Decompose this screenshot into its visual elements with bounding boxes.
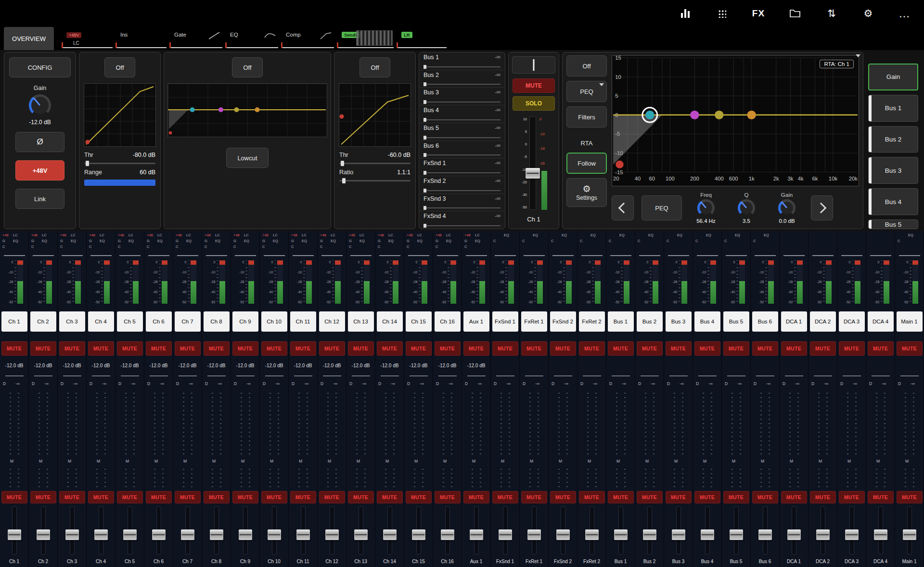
gain-slider[interactable]	[578, 372, 606, 380]
gate-range-slider[interactable]	[84, 180, 155, 186]
fader-mute-button[interactable]: MUTE	[290, 491, 316, 503]
send-slider-handle[interactable]	[424, 189, 426, 193]
gain-slider[interactable]	[837, 372, 866, 380]
fader-handle[interactable]	[527, 529, 541, 540]
gain-slider[interactable]	[808, 372, 837, 380]
fader-handle[interactable]	[210, 529, 223, 540]
eq-band-handle[interactable]	[747, 111, 756, 119]
gain-slider[interactable]	[318, 372, 346, 380]
pan-indicator[interactable]	[895, 253, 924, 258]
fader-handle[interactable]	[903, 529, 916, 540]
channel-select-button[interactable]: DCA 1	[781, 311, 807, 332]
fader-handle[interactable]	[325, 529, 339, 540]
fader-mute-button[interactable]: MUTE	[175, 491, 201, 503]
fader-handle[interactable]	[787, 529, 801, 540]
fader-handle[interactable]	[556, 529, 570, 540]
layer-button-bus-4[interactable]: Bus 4	[868, 188, 918, 215]
pan-indicator[interactable]	[29, 253, 57, 258]
mute-button[interactable]: MUTE	[175, 341, 201, 356]
fader-mute-button[interactable]: MUTE	[117, 491, 143, 503]
folder-icon[interactable]	[788, 7, 802, 20]
mute-button[interactable]: MUTE	[146, 341, 172, 356]
pan-indicator[interactable]	[693, 253, 721, 258]
send-level-slider[interactable]	[424, 155, 500, 155]
channel-select-button[interactable]: Bus 2	[637, 311, 663, 332]
pan-indicator[interactable]	[144, 253, 173, 258]
pan-indicator[interactable]	[202, 253, 231, 258]
send-slider-handle[interactable]	[424, 136, 426, 140]
lowcut-button[interactable]: Lowcut	[226, 148, 269, 168]
fx-button[interactable]: FX	[752, 7, 765, 20]
send-level-slider[interactable]	[424, 84, 500, 85]
pan-indicator[interactable]	[173, 253, 202, 258]
gain-knob[interactable]	[29, 94, 51, 116]
fader-mute-button[interactable]: MUTE	[261, 491, 287, 503]
monitor-fader[interactable]	[529, 116, 536, 210]
channel-fader[interactable]	[375, 505, 404, 555]
mute-button[interactable]: MUTE	[550, 341, 576, 356]
channel-fader[interactable]	[578, 505, 606, 555]
fader-mute-button[interactable]: MUTE	[204, 491, 230, 503]
send-level-slider[interactable]	[424, 172, 500, 173]
fader-handle[interactable]	[730, 529, 743, 540]
tab-comp[interactable]: Comp	[281, 27, 337, 50]
channel-fader[interactable]	[837, 505, 866, 555]
tab-overview[interactable]: OVERVIEW	[4, 27, 54, 50]
fader-handle[interactable]	[152, 529, 166, 540]
gain-slider[interactable]	[462, 372, 490, 380]
pan-indicator[interactable]	[635, 253, 664, 258]
channel-select-button[interactable]: Bus 4	[694, 311, 720, 332]
channel-select-button[interactable]: Main 1	[897, 311, 923, 332]
link-button[interactable]: Link	[15, 189, 64, 209]
mute-button[interactable]: MUTE	[261, 341, 287, 356]
pan-indicator[interactable]	[289, 253, 317, 258]
eq-band-handle[interactable]	[645, 111, 654, 119]
prev-band-button[interactable]	[612, 195, 634, 220]
mute-button[interactable]: MUTE	[810, 341, 836, 356]
mute-button[interactable]: MUTE	[897, 341, 923, 356]
fader-mute-button[interactable]: MUTE	[319, 491, 345, 503]
fader-mute-button[interactable]: MUTE	[723, 491, 749, 503]
layer-button-gain[interactable]: Gain	[868, 64, 918, 90]
pan-indicator[interactable]	[318, 253, 346, 258]
channel-fader[interactable]	[144, 505, 173, 555]
pan-indicator[interactable]	[664, 253, 693, 258]
fader-handle[interactable]	[441, 529, 454, 540]
channel-fader[interactable]	[346, 505, 375, 555]
channel-fader[interactable]	[433, 505, 462, 555]
channel-fader[interactable]	[808, 505, 837, 555]
mute-button[interactable]: MUTE	[608, 341, 634, 356]
fader-mute-button[interactable]: MUTE	[897, 491, 923, 503]
pan-indicator[interactable]	[837, 253, 866, 258]
tab-input[interactable]: +48V LC	[62, 27, 116, 50]
pan-indicator[interactable]	[722, 253, 750, 258]
pan-indicator[interactable]	[87, 253, 115, 258]
channel-select-button[interactable]: Ch 4	[88, 311, 114, 332]
q-knob[interactable]	[738, 199, 755, 217]
gain-slider[interactable]	[0, 372, 28, 380]
pan-indicator[interactable]	[0, 253, 28, 258]
channel-fader[interactable]	[29, 505, 57, 555]
gate-threshold-handle[interactable]	[86, 140, 90, 144]
send-slider-handle[interactable]	[424, 171, 426, 175]
channel-fader[interactable]	[0, 505, 28, 555]
channel-select-button[interactable]: Ch 14	[377, 311, 403, 332]
gate-graph[interactable]	[84, 83, 156, 147]
fader-handle[interactable]	[296, 529, 310, 540]
gain-slider[interactable]	[87, 372, 115, 380]
gain-slider[interactable]	[231, 372, 259, 380]
monitor-solo-button[interactable]: SOLO	[513, 96, 555, 111]
fader-handle[interactable]	[383, 529, 397, 540]
pan-indicator[interactable]	[375, 253, 404, 258]
pan-indicator[interactable]	[606, 253, 635, 258]
channel-fader[interactable]	[780, 505, 808, 555]
pan-indicator[interactable]	[58, 253, 86, 258]
channel-fader[interactable]	[58, 505, 86, 555]
channel-select-button[interactable]: Ch 12	[319, 311, 345, 332]
gain-slider[interactable]	[664, 372, 693, 380]
channel-fader[interactable]	[231, 505, 259, 555]
fader-mute-button[interactable]: MUTE	[810, 491, 836, 503]
settings-gear-icon[interactable]: ⚙	[861, 7, 875, 20]
mute-button[interactable]: MUTE	[839, 341, 865, 356]
send-level-slider[interactable]	[424, 119, 500, 120]
